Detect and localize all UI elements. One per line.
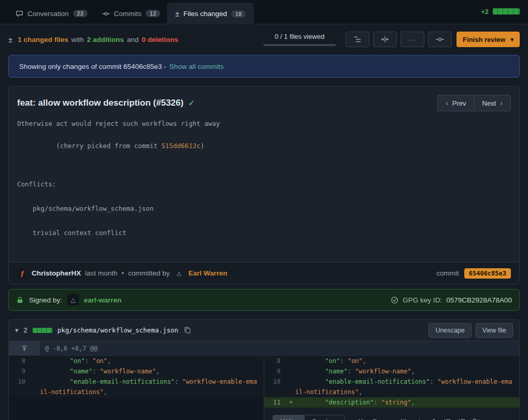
line-number[interactable]: 11 (264, 397, 287, 408)
conversation-icon (16, 10, 23, 18)
dot-separator: • (122, 269, 124, 277)
finish-review-label: Finish review (463, 36, 505, 44)
task-list-icon (473, 418, 480, 420)
tab-commits[interactable]: Commits 12 (95, 3, 168, 24)
line-number[interactable]: 10 (9, 376, 32, 387)
inline-comment-form: Write Preview H B I </> (264, 408, 520, 420)
commit-author-row: ƒ ChristopherHX last month • committed b… (9, 262, 519, 284)
diff-toolbar: 0 / 1 files viewed ··· Finish review ▾ (263, 32, 520, 47)
commit-message-line: Otherwise act would reject such workflow… (17, 120, 220, 127)
diffstat-bar (493, 8, 520, 15)
commits-icon (102, 10, 110, 18)
prev-commit-button[interactable]: ‹ Prev (437, 95, 474, 111)
line-code: "name": "workflow-name", (40, 366, 264, 376)
hunk-header-text: @ -8,6 +8,7 @@ (40, 341, 97, 355)
author-avatar-glyph: ƒ (20, 269, 24, 277)
show-all-commits-link[interactable]: Show all commits (169, 63, 224, 70)
diff-summary-bar: ± 1 changed files with 2 additions and 0… (0, 24, 528, 53)
code-button[interactable]: </> (412, 416, 424, 420)
hunk-header-row: @ -8,6 +8,7 @@ (9, 341, 519, 356)
signer-link[interactable]: earl-warren (84, 296, 122, 304)
file-change-count: 2 (24, 326, 27, 334)
commit-card: feat: allow workflow description (#5326)… (8, 86, 520, 284)
task-list-button[interactable] (470, 416, 482, 420)
svg-text:1: 1 (459, 418, 460, 420)
ci-success-check-icon: ✓ (188, 98, 195, 108)
copy-icon (183, 326, 191, 334)
line-code: "name": "workflow-name", (295, 366, 520, 376)
diff-details-icon[interactable]: ± (8, 35, 12, 44)
committed-by-text: committed by (128, 269, 169, 277)
line-number[interactable]: 8 (9, 356, 32, 366)
gpg-key-label: GPG key ID: (403, 296, 442, 304)
file-tree-toggle-button[interactable] (346, 32, 369, 47)
with-word: with (72, 36, 84, 44)
additions-text: 2 additions (87, 36, 124, 44)
italic-button[interactable]: I (384, 416, 395, 420)
view-file-button[interactable]: View file (476, 323, 513, 338)
line-number[interactable]: 9 (264, 366, 287, 376)
line-number[interactable]: 8 (264, 356, 287, 366)
signed-by-label: Signed by: (29, 296, 62, 304)
tab-preview[interactable]: Preview (305, 415, 344, 420)
commit-header: feat: allow workflow description (#5326)… (17, 95, 511, 111)
gpg-key-value: 0579CB2928A78A00 (446, 296, 512, 304)
next-label: Next (482, 99, 496, 107)
next-commit-button[interactable]: Next › (474, 95, 511, 111)
numbered-list-button[interactable]: 12 (456, 416, 467, 420)
committer-avatar[interactable]: △ (174, 268, 184, 279)
tab-files-changed[interactable]: ± Files changed 18 (167, 3, 253, 24)
pr-files-changed-page: Conversation 23 Commits 12 ± Files chang… (0, 0, 528, 420)
conflicts-line: trivial context conflict (17, 228, 511, 237)
commit-label: commit (436, 269, 459, 277)
diff-line: 9 "name": "workflow-name", (9, 366, 264, 376)
commit-sha-badge[interactable]: 65406c85e3 (464, 268, 511, 279)
line-code: "enable-email-notifications": "workflow-… (40, 376, 264, 397)
commit-title: feat: allow workflow description (#5326) (17, 98, 183, 108)
tab-conversation-label: Conversation (27, 10, 69, 18)
heading-button[interactable]: H (355, 416, 366, 420)
copy-path-button[interactable] (183, 326, 191, 334)
commit-filter-banner: Showing only changes of commit 65406c85e… (8, 55, 520, 78)
editor-tabs: Write Preview (273, 415, 345, 420)
author-avatar[interactable]: ƒ (17, 268, 27, 279)
quote-button[interactable] (398, 416, 410, 420)
file-tree-icon (353, 35, 362, 44)
conversation-count-badge: 23 (73, 10, 88, 17)
diff-line: 8 "on": "on", (264, 356, 520, 366)
collapse-file-icon[interactable]: ▾ (15, 326, 19, 334)
cherry-pick-commit-link[interactable]: 515dd6612c (161, 142, 200, 150)
finish-review-button[interactable]: Finish review ▾ (456, 32, 520, 47)
lock-icon (16, 296, 24, 304)
diff-options-button[interactable]: ··· (401, 32, 424, 47)
tab-write[interactable]: Write (273, 415, 305, 420)
line-number[interactable]: 10 (264, 376, 287, 387)
split-view-icon (381, 35, 389, 44)
author-link[interactable]: ChristopherHX (32, 269, 81, 277)
file-name[interactable]: pkg/schema/workflow_schema.json (58, 326, 178, 334)
diff-right-side: 8 "on": "on",9 "name": "workflow-name",1… (264, 356, 520, 420)
and-word: and (127, 36, 139, 44)
redo-button[interactable]: → (500, 416, 511, 420)
expand-diff-button[interactable] (9, 341, 40, 355)
bullet-list-button[interactable] (441, 416, 453, 420)
file-diff-header: ▾ 2 pkg/schema/workflow_schema.json Unes… (9, 320, 519, 341)
unescape-button[interactable]: Unescape (429, 323, 471, 338)
chevron-right-icon: › (500, 99, 503, 107)
commit-icon (436, 35, 444, 44)
signer-avatar[interactable]: △ (67, 294, 79, 306)
global-diffstat: +2 (481, 3, 520, 24)
line-number[interactable]: 9 (9, 366, 32, 376)
diff-left-side: 8 "on": "on",9 "name": "workflow-name",1… (9, 356, 264, 420)
diff-view-toggle-button[interactable] (373, 32, 397, 47)
undo-button[interactable]: ← (485, 416, 496, 420)
chevron-left-icon: ‹ (446, 99, 448, 107)
link-button[interactable] (427, 416, 438, 420)
bold-button[interactable]: B (369, 416, 381, 420)
commit-time: last month (85, 269, 117, 277)
committer-link[interactable]: Earl Warren (189, 269, 227, 277)
commit-select-button[interactable] (428, 32, 452, 47)
changed-files-text: 1 changed files (18, 36, 68, 44)
line-code: "enable-email-notifications": "workflow-… (295, 376, 520, 397)
tab-conversation[interactable]: Conversation 23 (8, 3, 95, 24)
